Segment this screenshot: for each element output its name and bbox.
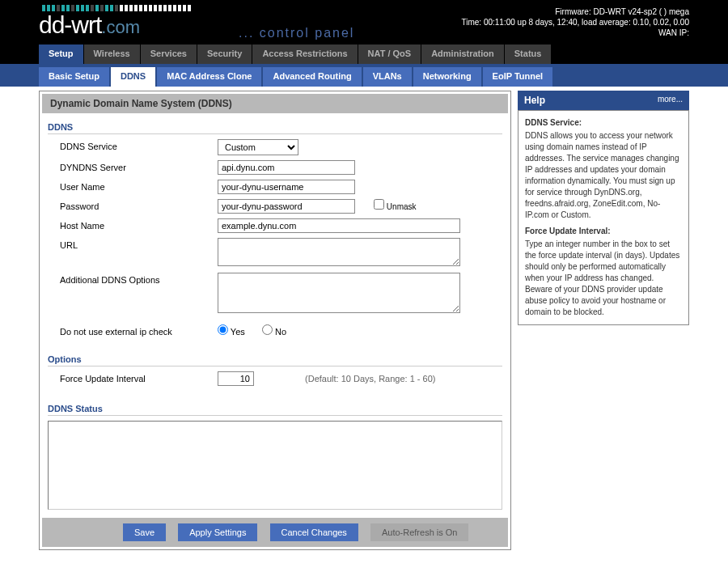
url-input[interactable] <box>218 238 460 266</box>
password-label: Password <box>60 199 218 211</box>
section-ddns-legend: DDNS <box>48 122 502 134</box>
tab-nat-qos[interactable]: NAT / QoS <box>358 44 422 64</box>
ddns-service-select[interactable]: Custom <box>218 139 298 155</box>
tab-administration[interactable]: Administration <box>421 44 505 64</box>
subtab-mac-address-clone[interactable]: MAC Address Clone <box>157 67 261 87</box>
help-h2: Force Update Interval: <box>525 226 682 237</box>
header-dots-icon <box>42 5 191 11</box>
dyndns-server-input[interactable] <box>218 160 355 175</box>
tab-services[interactable]: Services <box>141 44 197 64</box>
subtab-advanced-routing[interactable]: Advanced Routing <box>263 67 361 87</box>
interval-hint: (Default: 10 Days, Range: 1 - 60) <box>305 374 435 383</box>
section-options-legend: Options <box>48 354 502 367</box>
dyndns-server-label: DYNDNS Server <box>60 160 218 172</box>
addl-options-input[interactable] <box>218 273 460 313</box>
logo: dd-wrt.com <box>39 11 140 39</box>
radio-no-label: No <box>275 327 286 337</box>
tab-setup[interactable]: Setup <box>39 44 84 64</box>
help-panel: Help more... DDNS Service: DDNS allows y… <box>518 91 689 550</box>
username-input[interactable] <box>218 180 355 194</box>
unmask-checkbox[interactable] <box>374 199 384 210</box>
main-tabs: SetupWirelessServicesSecurityAccess Rest… <box>0 44 728 64</box>
url-label: URL <box>60 238 218 250</box>
time-line: Time: 00:11:00 up 8 days, 12:40, load av… <box>462 17 690 28</box>
logo-text: dd-wrt <box>39 11 101 38</box>
help-title: Help <box>524 95 545 106</box>
sub-tabs: Basic SetupDDNSMAC Address CloneAdvanced… <box>0 64 728 87</box>
ddns-status-box <box>48 421 502 510</box>
save-button[interactable]: Save <box>123 523 166 541</box>
extip-yes-radio[interactable] <box>218 324 228 335</box>
extip-label: Do not use external ip check <box>60 324 218 337</box>
password-input[interactable] <box>218 199 355 214</box>
addl-options-label: Additional DDNS Options <box>60 273 218 285</box>
cancel-changes-button[interactable]: Cancel Changes <box>270 523 358 541</box>
hostname-label: Host Name <box>60 218 218 231</box>
subtab-vlans[interactable]: VLANs <box>363 67 412 87</box>
extip-no-radio[interactable] <box>262 324 273 335</box>
ddns-service-label: DDNS Service <box>60 139 218 151</box>
tab-wireless[interactable]: Wireless <box>84 44 141 64</box>
wan-line: WAN IP: <box>462 28 690 38</box>
firmware-line: Firmware: DD-WRT v24-sp2 ( ) mega <box>462 6 690 17</box>
hostname-input[interactable] <box>218 218 460 233</box>
main-panel: Dynamic Domain Name System (DDNS) DDNS D… <box>39 91 511 550</box>
help-more-link[interactable]: more... <box>658 95 683 106</box>
interval-label: Force Update Interval <box>60 371 218 383</box>
tab-status[interactable]: Status <box>505 44 552 64</box>
radio-yes-label: Yes <box>231 327 245 337</box>
subtab-ddns[interactable]: DDNS <box>111 67 155 87</box>
help-p1: DDNS allows you to access your network u… <box>525 130 682 221</box>
control-panel-label: ... control panel <box>239 26 354 40</box>
header: dd-wrt.com ... control panel Firmware: D… <box>0 0 728 44</box>
apply-settings-button[interactable]: Apply Settings <box>178 523 257 541</box>
username-label: User Name <box>60 180 218 192</box>
subtab-eoip-tunnel[interactable]: EoIP Tunnel <box>483 67 553 87</box>
unmask-label: Unmask <box>387 202 417 211</box>
tab-security[interactable]: Security <box>197 44 252 64</box>
status-info: Firmware: DD-WRT v24-sp2 ( ) mega Time: … <box>462 6 690 38</box>
subtab-networking[interactable]: Networking <box>413 67 481 87</box>
section-status-legend: DDNS Status <box>48 404 502 416</box>
panel-title: Dynamic Domain Name System (DDNS) <box>42 94 508 113</box>
button-bar: Save Apply Settings Cancel Changes Auto-… <box>42 518 508 547</box>
tab-access-restrictions[interactable]: Access Restrictions <box>252 44 358 64</box>
help-p2: Type an integer number in the box to set… <box>525 239 682 318</box>
subtab-basic-setup[interactable]: Basic Setup <box>39 67 109 87</box>
auto-refresh-button[interactable]: Auto-Refresh is On <box>370 523 469 541</box>
interval-input[interactable] <box>218 371 254 386</box>
logo-com: .com <box>101 17 140 37</box>
help-h1: DDNS Service: <box>525 117 682 129</box>
